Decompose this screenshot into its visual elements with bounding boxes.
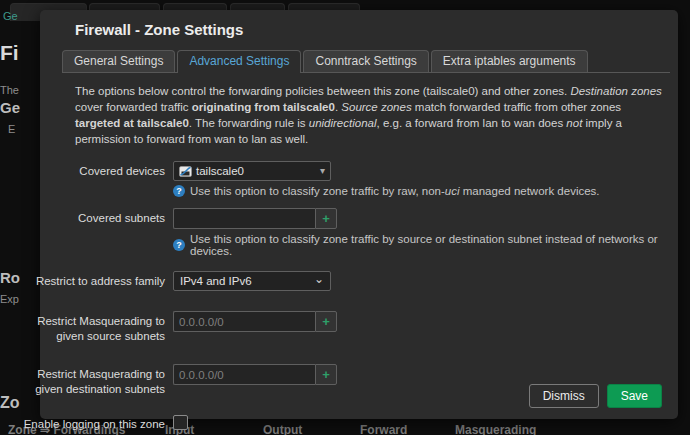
background-section-heading: Zo: [0, 394, 20, 412]
chevron-down-icon: ▾: [320, 166, 325, 176]
covered-devices-help: ? Use this option to classify zone traff…: [173, 185, 600, 197]
add-covered-subnet-button[interactable]: +: [315, 208, 337, 229]
address-family-select[interactable]: IPv4 and IPv6 ⌄: [173, 271, 331, 291]
tab-advanced-settings[interactable]: Advanced Settings: [177, 50, 301, 73]
add-masq-dest-button[interactable]: +: [315, 364, 337, 385]
masq-source-input[interactable]: [173, 311, 315, 332]
address-family-label: Restrict to address family: [20, 271, 173, 288]
add-masq-source-button[interactable]: +: [315, 311, 337, 332]
dialog-tab-bar: General Settings Advanced Settings Connt…: [62, 50, 670, 73]
background-text: E: [8, 123, 15, 135]
tab-general-settings[interactable]: General Settings: [62, 50, 175, 72]
covered-devices-value: tailscale0: [196, 165, 320, 177]
background-text: The: [0, 84, 19, 96]
enable-logging-checkbox[interactable]: [173, 415, 188, 430]
dismiss-button[interactable]: Dismiss: [529, 384, 599, 408]
covered-devices-help-text: Use this option to classify zone traffic…: [190, 185, 600, 197]
covered-subnets-input[interactable]: [173, 208, 315, 229]
dialog-footer: Dismiss Save: [529, 384, 662, 408]
masq-dest-label: Restrict Masquerading to given destinati…: [20, 364, 173, 396]
network-device-icon: [179, 166, 192, 177]
logging-row: Enable logging on this zone: [40, 414, 678, 431]
covered-subnets-label: Covered subnets: [20, 208, 173, 225]
dialog-title: Firewall - Zone Settings: [75, 21, 678, 38]
help-icon: ?: [173, 239, 185, 251]
tab-conntrack-settings[interactable]: Conntrack Settings: [303, 50, 428, 72]
covered-devices-dropdown[interactable]: tailscale0 ▾: [173, 161, 331, 181]
address-family-row: Restrict to address family IPv4 and IPv6…: [40, 271, 678, 291]
masq-dest-input[interactable]: [173, 364, 315, 385]
background-section-heading: Ro: [0, 269, 20, 286]
logging-label: Enable logging on this zone: [20, 414, 173, 431]
masq-source-row: Restrict Masquerading to given source su…: [40, 311, 678, 343]
zone-description: The options below control the forwarding…: [75, 84, 663, 147]
zone-settings-dialog: Firewall - Zone Settings General Setting…: [40, 10, 678, 419]
save-button[interactable]: Save: [607, 384, 662, 408]
background-page-heading: Fi: [0, 41, 19, 65]
background-section-heading: Ge: [0, 99, 20, 116]
covered-subnets-row: Covered subnets + ? Use this option to c…: [40, 208, 678, 257]
covered-devices-label: Covered devices: [20, 161, 173, 178]
help-icon: ?: [173, 185, 185, 197]
masq-source-label: Restrict Masquerading to given source su…: [20, 311, 173, 343]
covered-subnets-help: ? Use this option to classify zone traff…: [173, 233, 678, 257]
address-family-value: IPv4 and IPv6: [180, 275, 314, 287]
covered-subnets-help-text: Use this option to classify zone traffic…: [190, 233, 678, 257]
background-text: Exp: [0, 293, 19, 305]
tab-extra-iptables-arguments[interactable]: Extra iptables arguments: [431, 50, 588, 72]
background-tab-link[interactable]: Ge: [3, 10, 18, 22]
covered-devices-row: Covered devices tailscale0 ▾ ? Use this …: [40, 161, 678, 197]
